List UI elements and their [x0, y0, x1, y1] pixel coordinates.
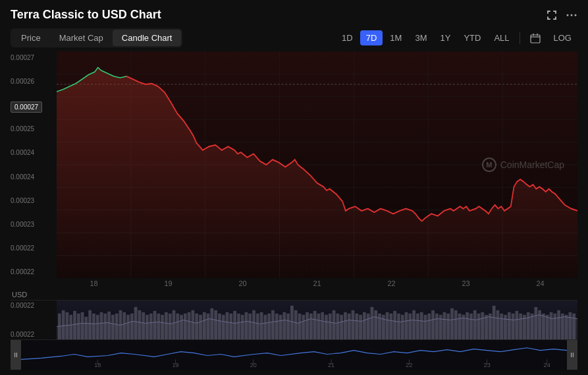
volume-chart: 0.00022 0.00022	[11, 300, 577, 339]
vol-y-label-2: 0.00022	[11, 331, 57, 338]
header-icons	[546, 9, 577, 21]
x-label-24: 24	[536, 279, 544, 287]
y-label-1: 0.00027	[11, 54, 57, 61]
main-price-chart[interactable]: 0.00027 0.00026 0.00025 0.00025 0.00024 …	[11, 51, 577, 278]
y-label-7: 0.00023	[11, 197, 57, 204]
tf-3m[interactable]: 3M	[409, 30, 433, 45]
x-label-20: 20	[238, 279, 246, 287]
volume-chart-svg	[57, 301, 577, 339]
navigator-svg: 18 19 20 21 22 23 24	[21, 340, 567, 370]
x-label-19: 19	[164, 279, 172, 287]
tab-price[interactable]: Price	[12, 30, 50, 46]
x-label-23: 23	[462, 279, 469, 287]
svg-point-9	[571, 14, 573, 16]
vol-y-label-1: 0.00022	[11, 302, 57, 309]
timeframe-separator	[520, 32, 520, 44]
svg-rect-7	[555, 16, 556, 20]
chart-type-tabs: Price Market Cap Candle Chart	[11, 28, 182, 47]
tf-1m[interactable]: 1M	[384, 30, 408, 45]
tf-all[interactable]: ALL	[488, 30, 515, 45]
chart-area: 0.00027 0.00026 0.00025 0.00025 0.00024 …	[11, 51, 577, 370]
usd-label: USD	[11, 288, 577, 300]
svg-point-8	[567, 14, 569, 16]
watermark-logo-icon: M	[482, 158, 496, 172]
tf-1d[interactable]: 1D	[336, 30, 359, 45]
x-label-18: 18	[90, 279, 97, 287]
chart-navigator[interactable]: ⏸ ⏸ 18 19 20 21 22 23 24	[11, 339, 577, 370]
app-container: Terra Classic to USD Chart	[0, 0, 588, 375]
svg-rect-5	[547, 16, 548, 20]
tf-1y[interactable]: 1Y	[434, 30, 456, 45]
y-label-4: 0.00025	[11, 125, 57, 132]
timeframe-selector: 1D 7D 1M 3M 1Y YTD ALL LOG	[336, 30, 577, 46]
tab-market-cap[interactable]: Market Cap	[50, 30, 113, 46]
svg-rect-1	[547, 11, 548, 14]
svg-point-10	[575, 14, 577, 16]
x-axis: 18 19 20 21 22 23 24	[11, 279, 577, 287]
header: Terra Classic to USD Chart	[11, 8, 577, 22]
tab-candle-chart[interactable]: Candle Chart	[113, 30, 182, 46]
y-label-10: 0.00022	[11, 268, 57, 275]
watermark: M CoinMarketCap	[482, 118, 564, 212]
y-label-8: 0.00023	[11, 221, 57, 228]
svg-rect-3	[555, 11, 556, 14]
y-label-5: 0.00024	[11, 149, 57, 156]
y-label-6: 0.00024	[11, 173, 57, 181]
x-label-21: 21	[313, 279, 321, 287]
calendar-icon[interactable]	[524, 30, 547, 46]
current-price-label: 0.00027	[11, 101, 42, 113]
controls-row: Price Market Cap Candle Chart 1D 7D 1M 3…	[11, 28, 577, 47]
tf-ytd[interactable]: YTD	[458, 30, 487, 45]
tf-log[interactable]: LOG	[548, 30, 577, 45]
svg-rect-11	[531, 35, 540, 43]
y-label-2: 0.00026	[11, 78, 57, 85]
tf-7d[interactable]: 7D	[360, 30, 383, 45]
x-label-22: 22	[387, 279, 395, 287]
y-label-9: 0.00022	[11, 245, 57, 252]
watermark-text: CoinMarketCap	[500, 159, 564, 170]
page-title: Terra Classic to USD Chart	[11, 8, 161, 22]
expand-icon[interactable]	[546, 9, 558, 21]
more-options-icon[interactable]	[566, 9, 577, 21]
